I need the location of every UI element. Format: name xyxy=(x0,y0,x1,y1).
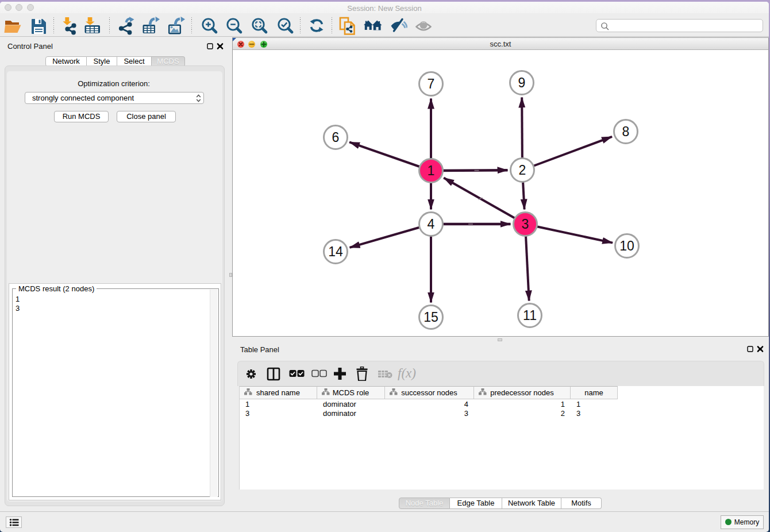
svg-text:4: 4 xyxy=(428,217,435,232)
svg-text:9: 9 xyxy=(518,75,526,90)
svg-text:10: 10 xyxy=(619,238,634,253)
svg-text:1: 1 xyxy=(428,163,435,178)
svg-text:6: 6 xyxy=(332,130,340,145)
svg-text:2: 2 xyxy=(519,163,526,178)
svg-text:14: 14 xyxy=(328,244,343,259)
svg-text:8: 8 xyxy=(622,124,630,139)
svg-text:3: 3 xyxy=(522,217,529,232)
svg-text:15: 15 xyxy=(424,310,438,325)
svg-text:11: 11 xyxy=(523,308,537,323)
svg-text:7: 7 xyxy=(428,76,435,91)
